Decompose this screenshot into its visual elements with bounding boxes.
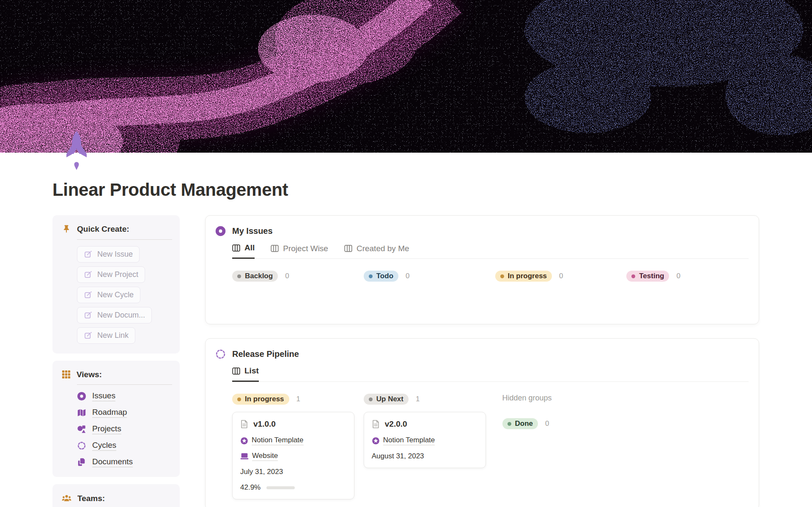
notion-template-link[interactable]: Notion Template: [372, 436, 435, 445]
link-label: Documents: [92, 457, 133, 467]
views-heading: Views:: [77, 370, 102, 379]
release-progress: 42.9%: [240, 483, 346, 492]
compose-icon: [84, 250, 93, 259]
board-icon: [271, 245, 279, 252]
page-icon: [372, 419, 380, 429]
map-icon: [77, 408, 86, 417]
grid-icon: [61, 370, 71, 379]
tab-list[interactable]: List: [232, 366, 259, 382]
compose-icon: [84, 270, 93, 279]
group-count: 0: [545, 419, 549, 428]
group-pill-in-progress[interactable]: In progress: [495, 271, 552, 282]
new-link-button[interactable]: New Link: [77, 327, 135, 344]
release-title: v1.0.0: [253, 419, 276, 429]
button-label: New Issue: [97, 250, 133, 259]
hidden-groups-label[interactable]: Hidden groups: [502, 394, 617, 403]
people-icon: [61, 493, 72, 504]
issues-donut-icon: [77, 392, 86, 401]
teams-card: Teams:: [52, 484, 180, 507]
group-pill-in-progress[interactable]: In progress: [232, 394, 289, 405]
tab-label: Project Wise: [283, 244, 328, 253]
group-label: In progress: [245, 395, 284, 403]
documents-icon: [77, 458, 86, 467]
rocket-page-icon[interactable]: [63, 130, 91, 173]
new-document-button[interactable]: New Docum...: [77, 307, 152, 323]
column-in-progress: In progress 1: [232, 394, 354, 499]
cover-banner: [0, 0, 812, 153]
progress-percent: 42.9%: [240, 483, 261, 492]
group-count: 0: [285, 272, 289, 280]
tab-label: All: [244, 243, 255, 252]
release-title: v2.0.0: [385, 419, 407, 429]
star-circle-icon: [372, 437, 380, 445]
button-label: New Cycle: [97, 290, 134, 299]
release-pipeline-groups: In progress 1: [232, 394, 749, 499]
board-icon: [232, 367, 240, 375]
board-icon: [232, 244, 240, 252]
tab-label: List: [244, 366, 259, 375]
compose-icon: [84, 331, 93, 340]
status-dot: [369, 397, 373, 401]
donut-icon: [215, 226, 226, 236]
link-label: Notion Template: [383, 436, 435, 445]
link-label: Notion Template: [252, 436, 304, 445]
my-issues-tabs: All Project Wise: [232, 243, 749, 259]
board-icon: [344, 245, 352, 252]
teams-heading: Teams:: [77, 494, 105, 503]
group-in-progress: In progress 0: [495, 271, 617, 282]
button-label: New Link: [97, 331, 129, 340]
release-card-v2[interactable]: v2.0.0 No: [364, 412, 486, 468]
status-dot: [508, 422, 511, 426]
status-dot: [369, 274, 373, 278]
group-count: 1: [416, 395, 420, 403]
link-label: Website: [252, 452, 278, 461]
sidebar-link-documents[interactable]: Documents: [77, 457, 133, 467]
my-issues-groups: Backlog 0 Todo 0 In pr: [232, 271, 749, 282]
sidebar-link-issues[interactable]: Issues: [77, 391, 115, 401]
compose-icon: [84, 290, 93, 299]
link-label: Roadmap: [92, 408, 127, 418]
tab-created-by-me[interactable]: Created by Me: [344, 243, 409, 259]
status-dot: [237, 274, 241, 278]
website-link[interactable]: Website: [240, 452, 278, 461]
my-issues-card: My Issues All: [205, 215, 759, 324]
tab-all[interactable]: All: [232, 243, 255, 259]
group-count: 0: [676, 272, 680, 280]
notion-template-link[interactable]: Notion Template: [240, 436, 304, 445]
column-hidden-groups: Hidden groups Done 0: [495, 394, 617, 429]
my-issues-title: My Issues: [232, 226, 273, 236]
status-dot: [500, 274, 504, 278]
group-pill-backlog[interactable]: Backlog: [232, 271, 278, 282]
status-dot: [237, 397, 241, 401]
button-label: New Project: [97, 270, 138, 279]
release-date: August 31, 2023: [372, 452, 478, 460]
release-pipeline-tabs: List: [232, 366, 749, 382]
star-circle-icon: [240, 437, 248, 445]
dashed-circle-icon: [77, 441, 86, 450]
release-card-v1[interactable]: v1.0.0 No: [232, 412, 354, 499]
sidebar-link-roadmap[interactable]: Roadmap: [77, 408, 127, 418]
group-pill-todo[interactable]: Todo: [364, 271, 398, 282]
main-column: My Issues All: [205, 215, 759, 507]
pushpin-icon: [61, 224, 71, 234]
button-label: New Docum...: [97, 311, 145, 320]
new-project-button[interactable]: New Project: [77, 266, 145, 283]
divider: [77, 384, 172, 385]
sidebar-link-cycles[interactable]: Cycles: [77, 441, 116, 451]
group-pill-up-next[interactable]: Up Next: [364, 394, 409, 405]
group-label: In progress: [508, 272, 547, 280]
tab-project-wise[interactable]: Project Wise: [271, 243, 328, 259]
group-label: Backlog: [245, 272, 273, 280]
new-issue-button[interactable]: New Issue: [77, 246, 140, 263]
group-pill-testing[interactable]: Testing: [626, 271, 669, 282]
release-date: July 31, 2023: [240, 468, 346, 476]
progress-bar: [266, 486, 295, 489]
sidebar: Quick Create: New Issue: [52, 215, 180, 507]
new-cycle-button[interactable]: New Cycle: [77, 287, 140, 303]
status-dot: [631, 274, 635, 278]
sidebar-link-projects[interactable]: Projects: [77, 424, 121, 434]
group-pill-done[interactable]: Done: [502, 418, 538, 429]
group-label: Testing: [639, 272, 664, 280]
group-testing: Testing 0: [626, 271, 749, 282]
shapes-icon: [77, 425, 86, 434]
